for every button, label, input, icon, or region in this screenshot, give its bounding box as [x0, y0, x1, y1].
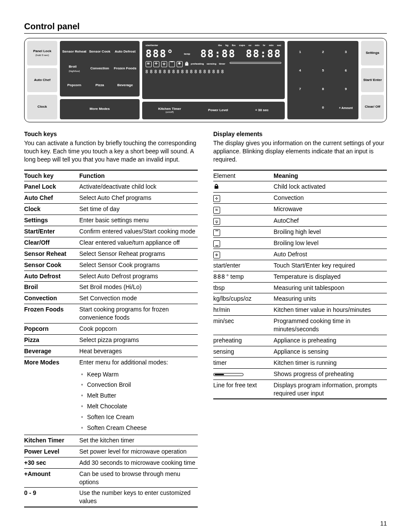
table-row: ConvectionSet Convection mode: [24, 293, 198, 304]
table-row: Sensor CookSelect Sensor Cook programs: [24, 259, 198, 271]
table-row: Line for free textDisplays program infor…: [213, 380, 387, 399]
table-row: Power LevelSet power level for microwave…: [24, 446, 198, 457]
lock-icon: 🔒︎: [213, 183, 219, 191]
table-row: tbspMeasuring unit tablespoon: [213, 282, 387, 293]
table-row: ▔Broiling high level: [213, 226, 387, 237]
table-row: PopcornCook popcorn: [24, 324, 198, 335]
table-row: SettingsEnter basic settings menu: [24, 215, 198, 226]
temp-digits-icon: 888: [213, 273, 225, 281]
table-row: ▁Broiling low level: [213, 237, 387, 249]
touch-keys-table: Touch key Function Panel LockActivate/de…: [24, 170, 198, 508]
key-0[interactable]: 0: [322, 106, 324, 110]
table-row: 0 - 9Use the number keys to enter custom…: [24, 488, 198, 507]
sensor-cook-key[interactable]: Sensor Cook: [89, 50, 110, 54]
convection-key[interactable]: Convection: [90, 66, 109, 71]
table-row: hr/minKitchen timer value in hours/minut…: [213, 305, 387, 316]
page-number: 11: [24, 520, 387, 528]
key-9[interactable]: 9: [345, 87, 347, 92]
table-row: ClockSet time of day: [24, 204, 198, 215]
table-row: min/secProgrammed cooking time in minute…: [213, 316, 387, 335]
key-7[interactable]: 7: [299, 87, 301, 92]
clear-off-key[interactable]: Clear/ Off: [361, 95, 384, 119]
panel-lock-key[interactable]: Panel Lock(hold 3 sec): [27, 41, 57, 65]
table-row: Auto ChefSelect Auto Chef programs: [24, 193, 198, 204]
more-modes-key[interactable]: More Modes: [60, 99, 140, 119]
table-row: Auto DefrostSelect Auto Defrost programs: [24, 271, 198, 282]
frozen-foods-key[interactable]: Frozen Foods: [114, 66, 136, 71]
settings-key[interactable]: Settings: [361, 41, 384, 65]
display-elements-intro: The display gives you information on the…: [213, 139, 387, 164]
defrost-icon: ❄: [177, 61, 183, 67]
plus-amount-key[interactable]: + Amount: [339, 106, 353, 109]
display-bottom-keys: Kitchen Timer(on/off) Power Level + 30 s…: [142, 102, 285, 119]
auto-defrost-key[interactable]: Auto Defrost: [115, 50, 135, 54]
table-row: Panel LockActivate/deactivate child lock: [24, 181, 198, 193]
key-3[interactable]: 3: [345, 50, 347, 55]
table-row: BeverageHeat beverages: [24, 345, 198, 357]
progress-bar-icon: [230, 62, 281, 64]
page-heading: Control panel: [24, 21, 387, 34]
list-item: Convection Broil: [87, 380, 196, 390]
list-item: Melt Butter: [87, 390, 196, 401]
touch-keys-section: Touch keys You can activate a function b…: [24, 130, 198, 507]
table-row: BroilSet Broil modes (Hi/Lo): [24, 282, 198, 293]
table-row: Kitchen TimerSet the kitchen timer: [24, 435, 198, 446]
plus-30sec-key[interactable]: + 30 sec: [255, 109, 268, 112]
key-6[interactable]: 6: [345, 68, 347, 73]
display-temp-digits: 888°: [146, 49, 174, 59]
list-item: Soften Ice Cream: [87, 412, 196, 423]
table-row: PizzaSelect pizza programs: [24, 334, 198, 345]
display-text-line: 8 8 8 8 8 8 8 8 8 8 8 8 8 8 8 8 8 8: [146, 69, 281, 75]
pizza-key[interactable]: Pizza: [95, 83, 104, 88]
table-row: ≋Microwave: [213, 204, 387, 215]
display-elements-section: Display elements The display gives you i…: [213, 130, 387, 507]
table-row: Frozen FoodsStart cooking programs for f…: [24, 304, 198, 324]
key-5[interactable]: 5: [322, 68, 324, 73]
power-level-key[interactable]: Power Level: [208, 109, 228, 112]
function-grid: Sensor Reheat Sensor Cook Auto Defrost B…: [60, 41, 140, 96]
progress-bar-icon: [213, 373, 243, 376]
table-row: 🔒︎Child lock activated: [213, 181, 387, 193]
table-row: sensingAppliance is sensing: [213, 346, 387, 357]
lock-icon: 🔒︎: [184, 61, 189, 67]
convection-icon: ✢: [213, 195, 220, 202]
microwave-icon: ≋: [213, 207, 220, 214]
display-elements-table: Element Meaning 🔒︎Child lock activated✢C…: [213, 170, 387, 400]
start-enter-key[interactable]: Start/ Enter: [361, 68, 384, 93]
broil-low-icon: ▁: [213, 240, 220, 247]
key-2[interactable]: 2: [322, 50, 324, 55]
table-row: Shows progress of preheating: [213, 368, 387, 380]
beverage-key[interactable]: Beverage: [117, 83, 133, 88]
popcorn-key[interactable]: Popcorn: [67, 83, 81, 88]
table-row: ✢Convection: [213, 193, 387, 204]
table-row: start/enterTouch Start/Enter key require…: [213, 260, 387, 271]
table-row: timerKitchen timer is running: [213, 357, 387, 368]
table-row: Clear/OffClear entered value/turn applia…: [24, 237, 198, 248]
table-row: kg/lbs/cups/ozMeasuring units: [213, 293, 387, 305]
display-start-enter-indicator: start/enter: [146, 44, 158, 47]
broil-key[interactable]: Broil(high/low): [68, 65, 80, 73]
key-4[interactable]: 4: [299, 68, 301, 73]
numeric-keypad: 1 2 3 4 5 6 7 8 9 0 + Amount: [287, 41, 359, 119]
touch-keys-intro: You can activate a function by briefly t…: [24, 139, 198, 164]
table-row: +AmountCan be used to browse through men…: [24, 468, 198, 488]
touch-keys-heading: Touch keys: [24, 130, 198, 138]
clock-key[interactable]: Clock: [27, 95, 57, 119]
auto-chef-key[interactable]: Auto Chef: [27, 68, 57, 93]
kitchen-timer-key[interactable]: Kitchen Timer(on/off): [158, 107, 181, 114]
key-1[interactable]: 1: [299, 50, 301, 55]
autochef-icon: ψ: [161, 61, 167, 67]
key-8[interactable]: 8: [322, 87, 324, 92]
microwave-icon: ≋: [146, 61, 152, 67]
display-time-digits: 88:88: [246, 49, 281, 59]
table-row: Start/EnterConfirm entered values/Start …: [24, 226, 198, 237]
broil-high-icon: ▔: [213, 229, 220, 236]
autochef-icon: ψ: [213, 218, 220, 225]
broil-icon: ▔: [169, 61, 175, 67]
lcd-display: start/enter tbs kg lbs cups oz min hr mi…: [142, 41, 285, 99]
table-row: ψAutoChef: [213, 215, 387, 226]
control-panel-diagram: Panel Lock(hold 3 sec) Auto Chef Clock S…: [24, 38, 387, 122]
table-row: ❄Auto Defrost: [213, 249, 387, 260]
sensor-reheat-key[interactable]: Sensor Reheat: [62, 50, 86, 54]
table-row: More ModesEnter menu for additional mode…: [24, 357, 198, 435]
